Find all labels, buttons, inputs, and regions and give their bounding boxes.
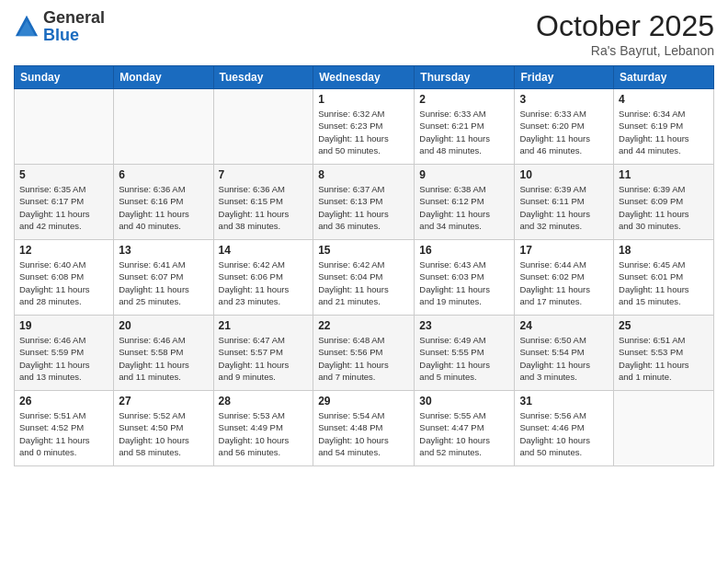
day-info: Sunrise: 6:42 AMSunset: 6:06 PMDaylight:… xyxy=(219,259,309,307)
calendar-cell: 14Sunrise: 6:42 AMSunset: 6:06 PMDayligh… xyxy=(213,240,313,316)
logo: General Blue xyxy=(14,9,105,44)
calendar-week-2: 5Sunrise: 6:35 AMSunset: 6:17 PMDaylight… xyxy=(15,165,714,240)
calendar-cell: 10Sunrise: 6:39 AMSunset: 6:11 PMDayligh… xyxy=(515,165,614,240)
month-title: October 2025 xyxy=(536,9,714,43)
day-info: Sunrise: 5:52 AMSunset: 4:50 PMDaylight:… xyxy=(119,409,208,458)
day-info: Sunrise: 6:33 AMSunset: 6:20 PMDaylight:… xyxy=(519,108,609,156)
day-info: Sunrise: 6:40 AMSunset: 6:08 PMDaylight:… xyxy=(19,259,108,307)
day-number: 25 xyxy=(619,319,709,332)
page: General Blue October 2025 Ra's Bayrut, L… xyxy=(0,0,728,563)
day-number: 7 xyxy=(219,168,309,181)
calendar-cell: 17Sunrise: 6:44 AMSunset: 6:02 PMDayligh… xyxy=(515,240,614,316)
day-info: Sunrise: 6:46 AMSunset: 5:58 PMDaylight:… xyxy=(119,334,208,383)
day-number: 17 xyxy=(519,244,609,257)
calendar-table: SundayMondayTuesdayWednesdayThursdayFrid… xyxy=(14,65,714,466)
calendar-cell: 31Sunrise: 5:56 AMSunset: 4:46 PMDayligh… xyxy=(515,391,614,466)
day-info: Sunrise: 6:41 AMSunset: 6:07 PMDaylight:… xyxy=(119,259,208,307)
calendar-cell xyxy=(15,89,114,165)
day-number: 9 xyxy=(419,168,509,181)
location: Ra's Bayrut, Lebanon xyxy=(536,43,714,58)
calendar-week-5: 26Sunrise: 5:51 AMSunset: 4:52 PMDayligh… xyxy=(15,391,714,466)
day-header-friday: Friday xyxy=(515,66,614,89)
calendar-cell: 20Sunrise: 6:46 AMSunset: 5:58 PMDayligh… xyxy=(114,316,213,391)
calendar-week-4: 19Sunrise: 6:46 AMSunset: 5:59 PMDayligh… xyxy=(15,316,714,391)
calendar-cell: 19Sunrise: 6:46 AMSunset: 5:59 PMDayligh… xyxy=(15,316,114,391)
day-header-monday: Monday xyxy=(114,66,213,89)
day-info: Sunrise: 6:46 AMSunset: 5:59 PMDaylight:… xyxy=(19,334,108,383)
calendar-cell: 16Sunrise: 6:43 AMSunset: 6:03 PMDayligh… xyxy=(415,240,515,316)
calendar-week-1: 1Sunrise: 6:32 AMSunset: 6:23 PMDaylight… xyxy=(15,89,714,165)
calendar-cell: 9Sunrise: 6:38 AMSunset: 6:12 PMDaylight… xyxy=(415,165,515,240)
day-number: 6 xyxy=(119,168,208,181)
logo-icon xyxy=(14,14,40,40)
calendar-cell: 13Sunrise: 6:41 AMSunset: 6:07 PMDayligh… xyxy=(114,240,213,316)
day-info: Sunrise: 5:51 AMSunset: 4:52 PMDaylight:… xyxy=(19,409,108,458)
day-number: 26 xyxy=(19,395,108,408)
day-number: 29 xyxy=(318,395,409,408)
day-info: Sunrise: 5:55 AMSunset: 4:47 PMDaylight:… xyxy=(419,409,509,458)
day-number: 16 xyxy=(419,244,509,257)
calendar-cell xyxy=(213,89,313,165)
day-info: Sunrise: 6:45 AMSunset: 6:01 PMDaylight:… xyxy=(619,259,709,307)
calendar-cell: 24Sunrise: 6:50 AMSunset: 5:54 PMDayligh… xyxy=(515,316,614,391)
day-info: Sunrise: 6:34 AMSunset: 6:19 PMDaylight:… xyxy=(619,108,709,156)
day-number: 27 xyxy=(119,395,208,408)
calendar-cell: 18Sunrise: 6:45 AMSunset: 6:01 PMDayligh… xyxy=(614,240,714,316)
calendar-cell xyxy=(614,391,714,466)
day-info: Sunrise: 6:47 AMSunset: 5:57 PMDaylight:… xyxy=(219,334,309,383)
day-info: Sunrise: 6:48 AMSunset: 5:56 PMDaylight:… xyxy=(318,334,409,383)
day-number: 12 xyxy=(19,244,108,257)
logo-general: General xyxy=(43,8,105,27)
day-number: 15 xyxy=(318,244,409,257)
calendar-cell: 26Sunrise: 5:51 AMSunset: 4:52 PMDayligh… xyxy=(15,391,114,466)
day-number: 14 xyxy=(219,244,309,257)
day-header-sunday: Sunday xyxy=(15,66,114,89)
day-number: 31 xyxy=(519,395,609,408)
day-info: Sunrise: 6:43 AMSunset: 6:03 PMDaylight:… xyxy=(419,259,509,307)
calendar-cell: 2Sunrise: 6:33 AMSunset: 6:21 PMDaylight… xyxy=(415,89,515,165)
calendar-cell: 25Sunrise: 6:51 AMSunset: 5:53 PMDayligh… xyxy=(614,316,714,391)
day-number: 10 xyxy=(519,168,609,181)
calendar-cell: 21Sunrise: 6:47 AMSunset: 5:57 PMDayligh… xyxy=(213,316,313,391)
day-header-wednesday: Wednesday xyxy=(313,66,415,89)
day-number: 23 xyxy=(419,319,509,332)
day-info: Sunrise: 6:44 AMSunset: 6:02 PMDaylight:… xyxy=(519,259,609,307)
day-number: 4 xyxy=(619,93,709,106)
day-number: 18 xyxy=(619,244,709,257)
day-number: 8 xyxy=(318,168,409,181)
day-number: 22 xyxy=(318,319,409,332)
calendar-cell: 5Sunrise: 6:35 AMSunset: 6:17 PMDaylight… xyxy=(15,165,114,240)
day-info: Sunrise: 6:38 AMSunset: 6:12 PMDaylight:… xyxy=(419,183,509,232)
calendar-cell: 3Sunrise: 6:33 AMSunset: 6:20 PMDaylight… xyxy=(515,89,614,165)
day-info: Sunrise: 6:36 AMSunset: 6:16 PMDaylight:… xyxy=(119,183,208,232)
day-number: 20 xyxy=(119,319,208,332)
day-number: 11 xyxy=(619,168,709,181)
logo-blue: Blue xyxy=(43,26,79,44)
title-section: October 2025 Ra's Bayrut, Lebanon xyxy=(536,9,714,58)
calendar-cell: 12Sunrise: 6:40 AMSunset: 6:08 PMDayligh… xyxy=(15,240,114,316)
calendar-cell: 29Sunrise: 5:54 AMSunset: 4:48 PMDayligh… xyxy=(313,391,415,466)
day-header-thursday: Thursday xyxy=(415,66,515,89)
calendar-header-row: SundayMondayTuesdayWednesdayThursdayFrid… xyxy=(15,66,714,89)
day-info: Sunrise: 6:50 AMSunset: 5:54 PMDaylight:… xyxy=(519,334,609,383)
day-info: Sunrise: 6:51 AMSunset: 5:53 PMDaylight:… xyxy=(619,334,709,383)
day-info: Sunrise: 6:39 AMSunset: 6:09 PMDaylight:… xyxy=(619,183,709,232)
calendar-cell: 11Sunrise: 6:39 AMSunset: 6:09 PMDayligh… xyxy=(614,165,714,240)
calendar-cell: 7Sunrise: 6:36 AMSunset: 6:15 PMDaylight… xyxy=(213,165,313,240)
day-number: 24 xyxy=(519,319,609,332)
day-info: Sunrise: 6:37 AMSunset: 6:13 PMDaylight:… xyxy=(318,183,409,232)
day-info: Sunrise: 6:35 AMSunset: 6:17 PMDaylight:… xyxy=(19,183,108,232)
day-header-tuesday: Tuesday xyxy=(213,66,313,89)
header: General Blue October 2025 Ra's Bayrut, L… xyxy=(14,9,714,58)
day-number: 2 xyxy=(419,93,509,106)
calendar-cell: 30Sunrise: 5:55 AMSunset: 4:47 PMDayligh… xyxy=(415,391,515,466)
calendar-cell: 4Sunrise: 6:34 AMSunset: 6:19 PMDaylight… xyxy=(614,89,714,165)
calendar-cell: 27Sunrise: 5:52 AMSunset: 4:50 PMDayligh… xyxy=(114,391,213,466)
calendar-week-3: 12Sunrise: 6:40 AMSunset: 6:08 PMDayligh… xyxy=(15,240,714,316)
day-number: 21 xyxy=(219,319,309,332)
day-info: Sunrise: 5:56 AMSunset: 4:46 PMDaylight:… xyxy=(519,409,609,458)
day-info: Sunrise: 6:39 AMSunset: 6:11 PMDaylight:… xyxy=(519,183,609,232)
day-number: 13 xyxy=(119,244,208,257)
calendar-cell xyxy=(114,89,213,165)
day-info: Sunrise: 5:54 AMSunset: 4:48 PMDaylight:… xyxy=(318,409,409,458)
